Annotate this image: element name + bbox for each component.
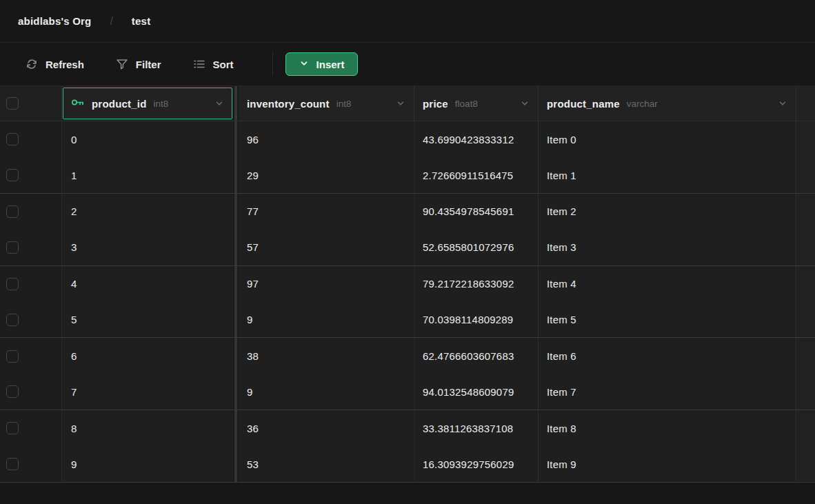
cell-price[interactable]: 2.72660911516475: [414, 157, 538, 192]
cell-product-id[interactable]: 0: [62, 121, 233, 157]
column-type: int8: [336, 99, 352, 109]
cell-price[interactable]: 94.0132548609079: [414, 374, 538, 410]
filter-button[interactable]: Filter: [116, 58, 161, 70]
row-gutter: [796, 194, 815, 230]
table-editor-app: abidlabs's Org / test Refresh Filte: [0, 0, 815, 504]
cell-product-id[interactable]: 9: [62, 447, 233, 482]
cell-product-id[interactable]: 3: [62, 230, 233, 265]
column-header-inventory-count[interactable]: inventory_count int8: [239, 86, 414, 121]
row-checkbox[interactable]: [6, 422, 19, 434]
column-name: product_id: [92, 98, 147, 110]
cell-product-name[interactable]: Item 8: [538, 410, 796, 446]
data-grid: product_id int8 inventory_count int8: [0, 86, 815, 483]
cell-price[interactable]: 62.4766603607683: [414, 338, 538, 374]
row-checkbox[interactable]: [6, 169, 19, 181]
cell-inventory-count[interactable]: 97: [239, 266, 414, 302]
cell-product-name[interactable]: Item 4: [538, 266, 796, 302]
row-checkbox[interactable]: [6, 350, 19, 363]
breadcrumb-org[interactable]: abidlabs's Org: [18, 15, 91, 27]
sort-list-icon: [193, 58, 205, 70]
table-row[interactable]: 0 96 43.6990423833312 Item 0: [0, 121, 815, 157]
cell-inventory-count[interactable]: 77: [239, 194, 414, 230]
row-checkbox[interactable]: [6, 314, 19, 326]
cell-inventory-count[interactable]: 38: [239, 338, 414, 374]
cell-product-id[interactable]: 8: [62, 410, 233, 446]
column-divider-band[interactable]: [233, 86, 239, 121]
insert-label: Insert: [316, 59, 345, 70]
cell-product-name[interactable]: Item 5: [538, 302, 796, 337]
row-select-cell: [0, 157, 62, 192]
cell-price[interactable]: 52.6585801072976: [414, 230, 538, 265]
insert-button[interactable]: Insert: [285, 52, 359, 76]
cell-inventory-count[interactable]: 9: [239, 302, 414, 337]
row-select-cell: [0, 410, 62, 446]
cell-inventory-count[interactable]: 9: [239, 374, 414, 410]
select-all-cell: [0, 86, 62, 121]
cell-product-name[interactable]: Item 7: [538, 374, 796, 410]
cell-product-id[interactable]: 4: [62, 266, 233, 302]
cell-product-id[interactable]: 6: [62, 338, 233, 374]
cell-price[interactable]: 16.3093929756029: [414, 447, 538, 482]
cell-price[interactable]: 90.4354978545691: [414, 194, 538, 230]
cell-product-name[interactable]: Item 6: [538, 338, 796, 374]
column-type: int8: [154, 99, 169, 109]
cell-price[interactable]: 70.0398114809289: [414, 302, 538, 337]
cell-price[interactable]: 79.2172218633092: [414, 266, 538, 302]
refresh-button[interactable]: Refresh: [26, 58, 84, 70]
cell-price[interactable]: 33.3811263837108: [414, 410, 538, 446]
cell-product-id[interactable]: 7: [62, 374, 233, 410]
cell-price[interactable]: 43.6990423833312: [414, 121, 538, 157]
cell-inventory-count[interactable]: 29: [239, 157, 414, 192]
chevron-down-icon[interactable]: [778, 99, 787, 108]
footer-bar: [0, 483, 815, 504]
sort-label: Sort: [213, 59, 234, 70]
select-all-checkbox[interactable]: [6, 97, 19, 110]
cell-product-name[interactable]: Item 2: [538, 194, 796, 230]
cell-product-name[interactable]: Item 1: [538, 157, 796, 192]
table-row[interactable]: 3 57 52.6585801072976 Item 3: [0, 230, 815, 265]
row-gutter: [796, 121, 815, 157]
row-checkbox[interactable]: [6, 241, 19, 254]
cell-inventory-count[interactable]: 57: [239, 230, 414, 265]
cell-product-id[interactable]: 2: [62, 194, 233, 230]
row-checkbox[interactable]: [6, 385, 19, 398]
column-header-product-name[interactable]: product_name varchar: [538, 86, 796, 121]
column-header-product-id[interactable]: product_id int8: [62, 86, 233, 121]
table-row[interactable]: 7 9 94.0132548609079 Item 7: [0, 374, 815, 410]
table-row[interactable]: 4 97 79.2172218633092 Item 4: [0, 266, 815, 302]
sort-button[interactable]: Sort: [193, 58, 234, 70]
table-row[interactable]: 1 29 2.72660911516475 Item 1: [0, 157, 815, 193]
row-select-cell: [0, 121, 62, 157]
column-name: inventory_count: [247, 98, 330, 110]
cell-product-id[interactable]: 5: [62, 302, 233, 337]
row-select-cell: [0, 194, 62, 230]
row-checkbox[interactable]: [6, 278, 19, 290]
table-row[interactable]: 2 77 90.4354978545691 Item 2: [0, 194, 815, 230]
cell-product-id[interactable]: 1: [62, 157, 233, 192]
column-header-price[interactable]: price float8: [414, 86, 538, 121]
cell-product-name[interactable]: Item 9: [538, 447, 796, 482]
breadcrumb-page[interactable]: test: [132, 15, 150, 27]
chevron-down-icon[interactable]: [520, 99, 530, 108]
row-gutter: [796, 338, 815, 374]
chevron-down-icon[interactable]: [214, 99, 224, 108]
table-row[interactable]: 8 36 33.3811263837108 Item 8: [0, 410, 815, 446]
chevron-down-icon[interactable]: [396, 99, 405, 108]
row-checkbox[interactable]: [6, 458, 19, 470]
filter-label: Filter: [136, 59, 161, 70]
cell-product-name[interactable]: Item 3: [538, 230, 796, 265]
row-gutter: [796, 230, 815, 265]
row-select-cell: [0, 230, 62, 265]
cell-inventory-count[interactable]: 36: [239, 410, 414, 446]
column-type: varchar: [627, 99, 658, 109]
row-checkbox[interactable]: [6, 133, 19, 145]
cell-product-name[interactable]: Item 0: [538, 121, 796, 157]
table-row[interactable]: 5 9 70.0398114809289 Item 5: [0, 302, 815, 338]
table-row[interactable]: 6 38 62.4766603607683 Item 6: [0, 338, 815, 374]
cell-inventory-count[interactable]: 96: [239, 121, 414, 157]
cell-inventory-count[interactable]: 53: [239, 447, 414, 482]
table-row[interactable]: 9 53 16.3093929756029 Item 9: [0, 447, 815, 483]
column-name: price: [423, 98, 448, 110]
row-checkbox[interactable]: [6, 205, 19, 218]
row-select-cell: [0, 266, 62, 302]
